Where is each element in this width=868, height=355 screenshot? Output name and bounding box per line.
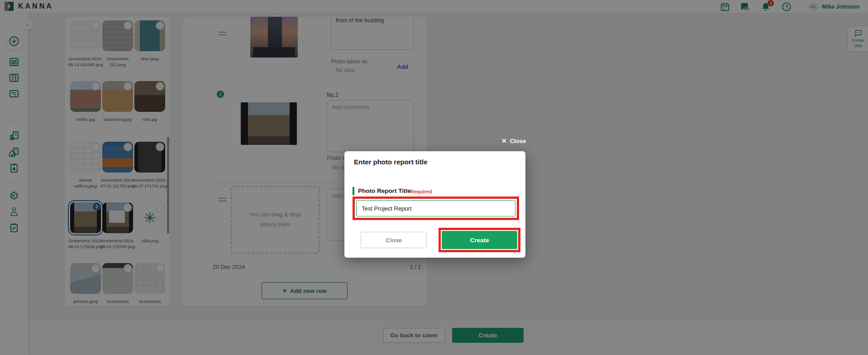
- annotation-highlight-create: Create: [439, 228, 520, 252]
- field-accent-bar: [353, 187, 354, 195]
- modal-create-button[interactable]: Create: [442, 231, 517, 249]
- annotation-highlight-input: [353, 197, 519, 220]
- modal-title: Enter photo report title: [354, 158, 428, 166]
- field-label: Photo Report Title: [358, 187, 411, 194]
- modal-create-label: Create: [470, 237, 489, 244]
- modal-cancel-button[interactable]: Close: [361, 232, 427, 248]
- required-tag: Required: [410, 189, 432, 194]
- modal-close-top-button[interactable]: Close: [501, 137, 526, 144]
- modal-close-top-label: Close: [510, 138, 526, 144]
- modal-cancel-label: Close: [386, 237, 401, 244]
- photo-report-title-modal: Enter photo report title Photo Report Ti…: [344, 151, 525, 258]
- photo-report-title-input[interactable]: [356, 200, 515, 216]
